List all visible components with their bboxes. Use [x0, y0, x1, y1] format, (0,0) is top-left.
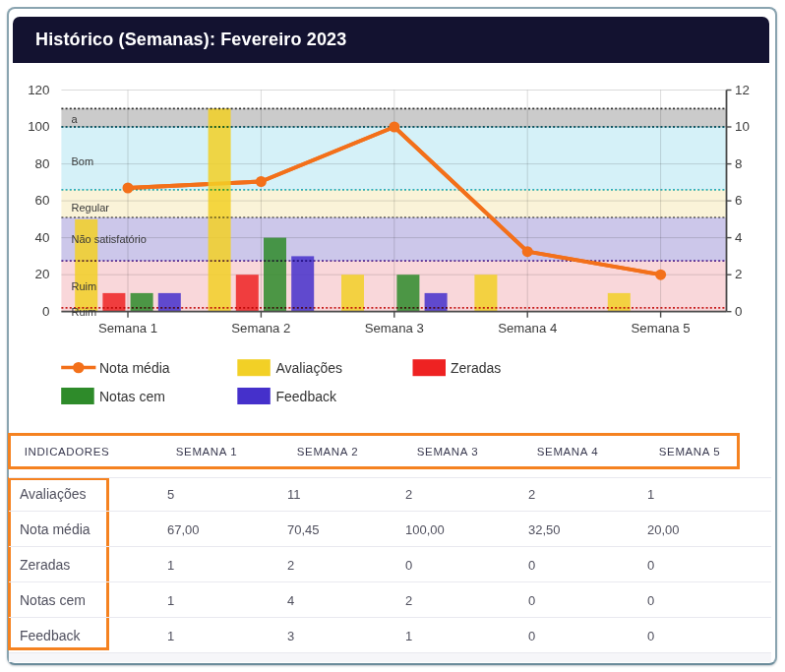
svg-text:Semana 3: Semana 3 — [365, 321, 424, 336]
svg-text:Avaliações: Avaliações — [276, 360, 342, 376]
svg-text:Semana 2: Semana 2 — [231, 321, 290, 336]
svg-text:Semana 1: Semana 1 — [98, 321, 157, 336]
svg-text:Regular: Regular — [72, 202, 110, 214]
svg-text:0: 0 — [42, 304, 49, 319]
svg-text:20: 20 — [35, 267, 50, 281]
svg-text:Feedback: Feedback — [276, 389, 337, 404]
svg-text:a: a — [72, 113, 79, 125]
svg-text:4: 4 — [735, 230, 743, 245]
svg-text:Notas cem: Notas cem — [99, 389, 165, 404]
svg-text:60: 60 — [35, 193, 50, 208]
svg-text:6: 6 — [735, 193, 742, 208]
svg-text:100: 100 — [28, 119, 49, 134]
svg-text:Ruim: Ruim — [72, 306, 97, 318]
svg-text:8: 8 — [735, 156, 742, 171]
svg-text:40: 40 — [35, 230, 50, 245]
svg-text:80: 80 — [35, 156, 50, 171]
svg-text:Nota média: Nota média — [99, 360, 170, 376]
svg-text:10: 10 — [735, 119, 750, 134]
svg-text:0: 0 — [735, 304, 742, 319]
svg-text:Bom: Bom — [72, 155, 94, 167]
svg-text:Zeradas: Zeradas — [451, 360, 501, 376]
svg-text:Ruim: Ruim — [72, 280, 97, 292]
svg-text:Semana 5: Semana 5 — [632, 321, 691, 336]
svg-text:12: 12 — [735, 83, 750, 97]
svg-text:Não satisfatório: Não satisfatório — [72, 233, 147, 245]
svg-text:2: 2 — [735, 267, 742, 281]
svg-text:120: 120 — [28, 83, 49, 97]
svg-text:Semana 4: Semana 4 — [498, 321, 557, 336]
